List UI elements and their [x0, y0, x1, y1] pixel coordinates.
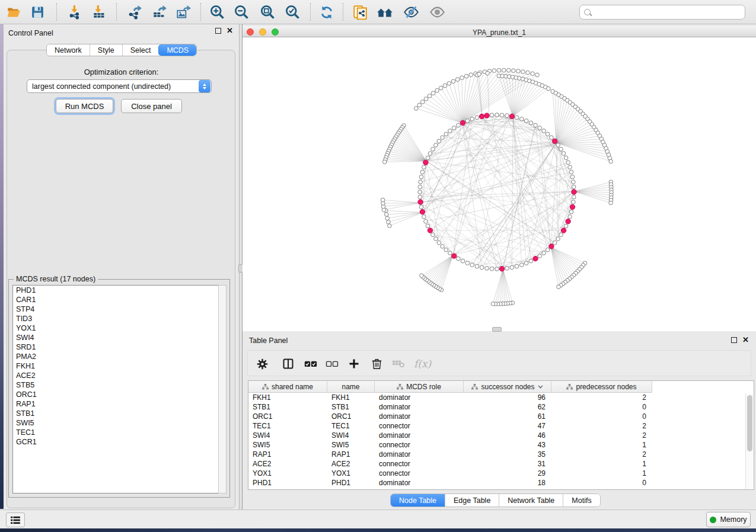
table-cell[interactable]: ACE2 [248, 459, 327, 469]
graph-node[interactable] [475, 264, 479, 268]
graph-node[interactable] [491, 302, 495, 306]
graph-node[interactable] [492, 69, 496, 73]
close-panel-icon[interactable]: ✕ [742, 337, 749, 343]
graph-node-dominator[interactable] [509, 114, 514, 118]
graph-node[interactable] [505, 114, 509, 118]
mcds-result-list[interactable]: PHD1CAR1STP4TID3YOX1SWI4SRD1PMA2FKH1ACE2… [12, 285, 219, 493]
graph-node-dominator[interactable] [533, 256, 538, 261]
close-panel-button[interactable]: Close panel [121, 99, 182, 113]
graph-node[interactable] [469, 73, 473, 77]
table-cell[interactable]: 35 [464, 450, 551, 459]
mcds-result-item[interactable]: STP4 [13, 305, 218, 314]
graph-node[interactable] [457, 257, 461, 261]
import-network-icon[interactable] [66, 4, 84, 21]
mcds-result-item[interactable]: STB5 [13, 380, 218, 390]
graph-node[interactable] [426, 224, 430, 228]
table-cell[interactable]: dominator [375, 478, 464, 488]
tab-motifs[interactable]: Motifs [563, 494, 599, 507]
graph-node[interactable] [485, 267, 489, 271]
graph-node[interactable] [431, 148, 435, 152]
graph-node-dominator[interactable] [423, 160, 428, 165]
tab-style[interactable]: Style [90, 44, 122, 56]
graph-node[interactable] [553, 241, 557, 245]
graph-node-dominator[interactable] [570, 204, 575, 209]
graph-node[interactable] [422, 215, 426, 219]
mcds-result-item[interactable]: FKH1 [13, 361, 218, 371]
graph-node[interactable] [434, 237, 438, 241]
graph-node-dominator[interactable] [479, 114, 484, 118]
graph-node[interactable] [556, 143, 560, 148]
table-cell[interactable]: 0 [551, 478, 652, 488]
horizontal-splitter-grip[interactable] [492, 327, 502, 332]
graph-node-dominator[interactable] [460, 120, 465, 125]
graph-node[interactable] [420, 274, 424, 278]
graph-node[interactable] [542, 129, 546, 133]
graph-node[interactable] [385, 213, 389, 217]
table-cell[interactable]: YOX1 [248, 469, 327, 478]
graph-node[interactable] [570, 175, 575, 179]
graph-node[interactable] [529, 259, 533, 263]
graph-node[interactable] [500, 113, 504, 117]
graph-node[interactable] [512, 69, 516, 73]
network-window-titlebar[interactable]: YPA_prune.txt_1 [243, 26, 756, 37]
table-cell[interactable]: ORC1 [248, 412, 327, 421]
mcds-result-item[interactable]: SWI4 [13, 333, 218, 342]
mcds-result-item[interactable]: RAP1 [13, 399, 218, 409]
open-session-icon[interactable] [5, 4, 23, 21]
graph-node[interactable] [572, 195, 576, 199]
graph-node[interactable] [464, 74, 468, 78]
graph-node-dominator[interactable] [484, 113, 489, 118]
graph-node-dominator[interactable] [452, 254, 457, 258]
graph-node-dominator[interactable] [553, 139, 557, 143]
column-header-shared-name[interactable]: shared name [248, 381, 327, 393]
table-row[interactable]: FKH1FKH1dominator962 [248, 393, 652, 402]
table-cell[interactable]: 31 [464, 459, 551, 469]
graph-node[interactable] [451, 79, 455, 84]
graph-node[interactable] [526, 70, 530, 75]
table-cell[interactable]: 2 [551, 393, 652, 402]
graph-node[interactable] [569, 170, 573, 174]
table-row[interactable]: STB1STB1dominator620 [248, 402, 652, 412]
table-cell[interactable]: 0 [551, 412, 652, 421]
graph-node[interactable] [497, 68, 501, 72]
graph-node[interactable] [495, 113, 499, 117]
graph-node[interactable] [418, 190, 422, 194]
table-scrollbar[interactable] [745, 393, 753, 489]
graph-node[interactable] [516, 69, 521, 73]
graph-node[interactable] [507, 68, 511, 72]
graph-node[interactable] [524, 119, 528, 123]
graph-node[interactable] [505, 267, 509, 271]
graph-node-dominator[interactable] [549, 244, 554, 249]
tab-network[interactable]: Network [47, 44, 90, 56]
table-cell[interactable]: SWI4 [248, 431, 327, 440]
graph-node[interactable] [388, 224, 392, 228]
export-table-icon[interactable] [151, 4, 168, 21]
graph-node[interactable] [480, 265, 484, 270]
graph-node[interactable] [572, 180, 576, 184]
table-row[interactable]: SWI5SWI5connector431 [248, 440, 652, 450]
table-cell[interactable]: STB1 [327, 402, 375, 412]
graph-node[interactable] [520, 263, 524, 267]
graph-node-dominator[interactable] [561, 228, 566, 233]
graph-node[interactable] [457, 123, 461, 127]
graph-node[interactable] [547, 86, 551, 91]
graph-node[interactable] [470, 263, 474, 267]
graph-node[interactable] [572, 200, 576, 204]
mcds-result-item[interactable]: ACE2 [13, 371, 218, 380]
graph-node-dominator[interactable] [420, 209, 425, 214]
table-row[interactable]: ACE2ACE2connector311 [248, 459, 652, 469]
table-cell[interactable]: 46 [464, 431, 551, 440]
graph-node[interactable] [428, 152, 432, 156]
column-header-successor-nodes[interactable]: successor nodes [464, 381, 551, 393]
select-all-icon[interactable] [304, 356, 317, 371]
graph-node[interactable] [502, 68, 506, 72]
graph-node[interactable] [419, 180, 423, 184]
table-cell[interactable]: FKH1 [248, 393, 327, 402]
table-row[interactable]: ORC1ORC1dominator610 [248, 412, 652, 421]
table-cell[interactable]: PHD1 [248, 478, 327, 488]
tab-network-table[interactable]: Network Table [499, 494, 563, 507]
network-canvas[interactable] [243, 37, 756, 331]
graph-node[interactable] [419, 175, 423, 179]
table-settings-icon[interactable] [257, 356, 268, 371]
graph-node[interactable] [524, 261, 528, 265]
